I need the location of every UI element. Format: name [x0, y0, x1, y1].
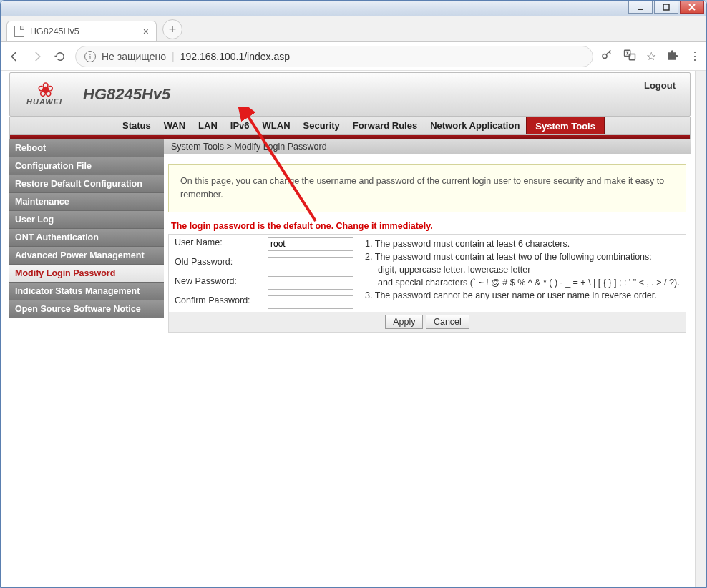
page-icon — [14, 26, 24, 37]
cancel-button[interactable]: Cancel — [426, 315, 469, 329]
insecure-info-icon[interactable]: i — [84, 51, 96, 62]
sidebar-item-user-log[interactable]: User Log — [9, 211, 164, 229]
username-label: User Name: — [169, 235, 262, 254]
nav-item-security[interactable]: Security — [297, 117, 346, 134]
browser-tab[interactable]: HG8245Hv5 × — [6, 21, 157, 41]
apply-button[interactable]: Apply — [385, 315, 423, 329]
nav-item-forward-rules[interactable]: Forward Rules — [346, 117, 424, 134]
old-password-field[interactable] — [268, 257, 354, 270]
sidebar-item-open-source-software-notice[interactable]: Open Source Software Notice — [9, 300, 164, 318]
key-icon[interactable] — [600, 49, 613, 64]
window-titlebar — [1, 1, 706, 16]
sidebar-item-restore-default-configuration[interactable]: Restore Default Configuration — [9, 175, 164, 193]
tab-title: HG8245Hv5 — [30, 26, 79, 36]
confirm-password-label: Confirm Password: — [169, 293, 262, 312]
nav-item-network-application[interactable]: Network Application — [424, 117, 526, 134]
new-password-field[interactable] — [268, 276, 354, 290]
nav-item-system-tools[interactable]: System Tools — [526, 117, 605, 134]
new-password-label: New Password: — [169, 273, 262, 293]
router-main: System Tools > Modify Login Password On … — [164, 139, 691, 583]
model-title: HG8245Hv5 — [83, 85, 631, 104]
tab-close-icon[interactable]: × — [143, 26, 149, 37]
old-password-label: Old Password: — [169, 254, 262, 273]
svg-point-4 — [603, 54, 607, 58]
sidebar-item-configuration-file[interactable]: Configuration File — [9, 157, 164, 175]
sidebar-item-maintenance[interactable]: Maintenance — [9, 193, 164, 211]
nav-back-button[interactable] — [6, 49, 22, 64]
breadcrumb: System Tools > Modify Login Password — [164, 139, 691, 154]
window-maximize-button[interactable] — [654, 1, 678, 14]
sidebar-item-modify-login-password[interactable]: Modify Login Password — [9, 265, 164, 283]
browser-tabstrip: HG8245Hv5 × + — [1, 16, 706, 42]
page-viewport: ❀ HUAWEI HG8245Hv5 Logout StatusWANLANIP… — [1, 71, 706, 587]
info-box: On this page, you can change the usernam… — [168, 164, 686, 212]
username-field[interactable] — [268, 237, 354, 251]
brand-label: HUAWEI — [19, 97, 70, 106]
sidebar-item-ont-authentication[interactable]: ONT Authentication — [9, 229, 164, 247]
nav-item-wlan[interactable]: WLAN — [256, 117, 297, 134]
extension-icon[interactable] — [666, 49, 679, 64]
nav-item-wan[interactable]: WAN — [157, 117, 192, 134]
insecure-label: Не защищено — [102, 51, 166, 62]
logout-link[interactable]: Logout — [644, 80, 681, 91]
vertical-scrollbar[interactable] — [695, 71, 706, 587]
nav-item-lan[interactable]: LAN — [192, 117, 224, 134]
nav-reload-button[interactable] — [52, 49, 68, 64]
sidebar-item-advanced-power-management[interactable]: Advanced Power Management — [9, 247, 164, 265]
window-close-button[interactable] — [680, 1, 704, 14]
sidebar-item-reboot[interactable]: Reboot — [9, 139, 164, 157]
window-minimize-button[interactable] — [628, 1, 653, 14]
address-bar[interactable]: i Не защищено | 192.168.100.1/index.asp — [75, 46, 593, 67]
router-admin-page: ❀ HUAWEI HG8245Hv5 Logout StatusWANLANIP… — [9, 72, 691, 583]
password-rules: 1. The password must contain at least 6 … — [359, 235, 686, 312]
translate-icon[interactable] — [623, 49, 636, 64]
nav-item-ipv6[interactable]: IPv6 — [224, 117, 256, 134]
router-sidebar: RebootConfiguration FileRestore Default … — [9, 139, 164, 583]
new-tab-button[interactable]: + — [162, 19, 182, 39]
huawei-logo: ❀ HUAWEI — [19, 83, 70, 106]
router-main-nav: StatusWANLANIPv6WLANSecurityForward Rule… — [9, 117, 691, 135]
password-form: User Name: 1. The password must contain … — [168, 234, 686, 333]
svg-rect-1 — [663, 4, 669, 10]
nav-forward-button[interactable] — [29, 49, 45, 64]
router-header: ❀ HUAWEI HG8245Hv5 Logout — [9, 72, 691, 117]
confirm-password-field[interactable] — [268, 295, 354, 309]
browser-menu-icon[interactable]: ⋮ — [689, 49, 701, 63]
address-url: 192.168.100.1/index.asp — [180, 51, 290, 62]
sidebar-item-indicator-status-management[interactable]: Indicator Status Management — [9, 283, 164, 300]
browser-window: HG8245Hv5 × + i Не защищено | 192.168.10… — [0, 0, 707, 588]
nav-item-status[interactable]: Status — [116, 117, 157, 134]
star-icon[interactable]: ☆ — [646, 49, 656, 63]
password-warning: The login password is the default one. C… — [171, 221, 686, 231]
browser-toolbar: i Не защищено | 192.168.100.1/index.asp … — [1, 42, 706, 71]
